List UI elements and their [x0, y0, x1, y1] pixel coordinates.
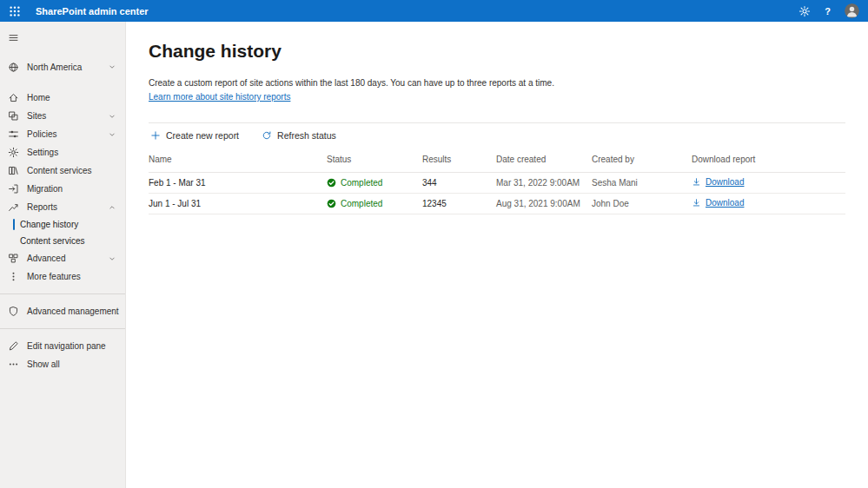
sidebar-item-label: Edit navigation pane [27, 341, 106, 351]
sidebar-item-sites[interactable]: Sites [0, 107, 125, 125]
report-name: Feb 1 - Mar 31 [149, 178, 327, 188]
column-header-status[interactable]: Status [327, 155, 422, 164]
column-header-name[interactable]: Name [149, 155, 327, 164]
chevron-up-icon [108, 203, 116, 212]
topbar-actions: ? [798, 3, 859, 18]
chevron-down-icon [108, 112, 116, 121]
topbar: SharePoint admin center ? [0, 0, 868, 22]
report-date-created: Aug 31, 2021 9:00AM [496, 199, 592, 208]
plus-icon [150, 130, 161, 141]
sidebar-item-label: Sites [27, 111, 46, 121]
migration-icon [8, 183, 19, 195]
column-header-results[interactable]: Results [422, 155, 496, 164]
report-date-created: Mar 31, 2022 9:00AM [496, 178, 592, 188]
sites-icon [8, 110, 19, 122]
reports-icon [8, 201, 19, 213]
refresh-status-label: Refresh status [277, 130, 336, 141]
download-label: Download [706, 198, 744, 208]
sidebar-item-label: Change history [20, 220, 78, 229]
region-selector[interactable]: North America [0, 57, 125, 76]
page-title: Change history [149, 41, 845, 62]
download-link[interactable]: Download [692, 177, 744, 187]
report-results: 12345 [422, 199, 496, 208]
refresh-status-button[interactable]: Refresh status [260, 129, 338, 142]
report-name: Jun 1 - Jul 31 [149, 199, 327, 208]
page-description: Create a custom report of site actions w… [149, 78, 845, 88]
sidebar-item-migration[interactable]: Migration [0, 180, 125, 198]
status-label: Completed [341, 199, 382, 208]
sidebar-item-label: More features [27, 272, 81, 281]
column-header-date-created[interactable]: Date created [496, 155, 592, 164]
create-new-report-label: Create new report [166, 130, 239, 141]
report-results: 344 [422, 178, 496, 188]
gear-icon [8, 147, 19, 158]
avatar[interactable] [845, 3, 859, 18]
download-icon [692, 198, 701, 208]
report-created-by: Sesha Mani [592, 178, 692, 188]
ellipsis-icon [8, 359, 19, 370]
table-row[interactable]: Jun 1 - Jul 31 Completed 12345 Aug 31, 2… [149, 194, 845, 214]
completed-check-icon [327, 199, 336, 208]
sidebar-item-edit-navigation[interactable]: Edit navigation pane [0, 337, 125, 355]
command-bar: Create new report Refresh status [149, 122, 845, 147]
sidebar-item-label: Settings [27, 148, 58, 157]
status-badge: Completed [327, 178, 422, 188]
sidebar-item-advanced-management[interactable]: Advanced management [0, 302, 125, 320]
sidebar-item-label: Content services [20, 236, 84, 246]
sidebar-item-label: Advanced [27, 254, 65, 263]
shield-icon [8, 306, 19, 317]
sidebar-item-home[interactable]: Home [0, 89, 125, 107]
region-label: North America [27, 63, 82, 72]
chevron-down-icon [108, 254, 116, 263]
column-header-download-report[interactable]: Download report [692, 155, 845, 164]
sidebar-item-policies[interactable]: Policies [0, 125, 125, 143]
sidebar-divider [0, 328, 125, 329]
pencil-icon [8, 340, 19, 352]
sidebar-item-content-services[interactable]: Content services [0, 162, 125, 180]
sidebar-item-label: Home [27, 93, 50, 102]
table-row[interactable]: Feb 1 - Mar 31 Completed 344 Mar 31, 202… [149, 173, 845, 194]
create-new-report-button[interactable]: Create new report [149, 129, 241, 142]
policies-icon [8, 129, 19, 140]
sidebar-item-reports[interactable]: Reports [0, 198, 125, 216]
sidebar-item-label: Advanced management [27, 307, 119, 316]
sidebar: North America Home Sites Policies [0, 22, 126, 488]
refresh-icon [262, 130, 272, 141]
column-header-created-by[interactable]: Created by [592, 155, 692, 164]
download-icon [692, 177, 701, 187]
globe-icon [8, 62, 19, 73]
content-services-icon [8, 165, 19, 176]
download-link[interactable]: Download [692, 198, 744, 208]
settings-gear-icon[interactable] [798, 5, 811, 17]
sidebar-item-show-all[interactable]: Show all [0, 355, 125, 373]
more-vertical-icon [8, 271, 19, 282]
sidebar-item-label: Migration [27, 184, 63, 194]
sidebar-item-label: Content services [27, 166, 91, 175]
chevron-down-icon [108, 63, 116, 71]
sidebar-divider [0, 293, 125, 294]
app-title: SharePoint admin center [36, 6, 149, 16]
chevron-down-icon [108, 130, 116, 139]
app-launcher-button[interactable] [9, 0, 28, 22]
completed-check-icon [327, 178, 336, 188]
status-label: Completed [341, 178, 382, 188]
sidebar-item-settings[interactable]: Settings [0, 143, 125, 162]
waffle-icon [9, 5, 21, 17]
sidebar-item-label: Reports [27, 202, 57, 212]
help-icon[interactable]: ? [825, 6, 831, 16]
sidebar-item-advanced[interactable]: Advanced [0, 249, 125, 267]
sidebar-item-label: Show all [27, 359, 60, 369]
learn-more-link[interactable]: Learn more about site history reports [149, 92, 290, 102]
sidebar-item-change-history[interactable]: Change history [0, 216, 125, 233]
table-header: Name Status Results Date created Created… [149, 147, 845, 173]
sidebar-item-label: Policies [27, 129, 56, 139]
sidebar-item-content-services-report[interactable]: Content services [0, 233, 125, 249]
report-created-by: John Doe [592, 199, 692, 208]
download-label: Download [706, 177, 744, 187]
hamburger-menu-icon[interactable] [8, 32, 19, 43]
home-icon [8, 92, 19, 103]
main-content: Change history Create a custom report of… [126, 22, 868, 488]
advanced-icon [8, 253, 19, 264]
sidebar-item-more-features[interactable]: More features [0, 267, 125, 286]
status-badge: Completed [327, 199, 422, 208]
